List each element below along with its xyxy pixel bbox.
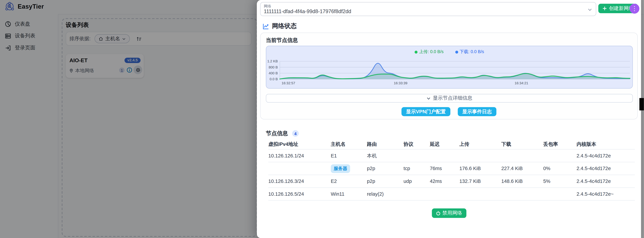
legend-upload: 上传: 0.0 B/s — [415, 49, 444, 55]
table-header-cell: 虚拟IPv4地址 — [268, 141, 331, 148]
svg-text:16:34:21: 16:34:21 — [515, 81, 528, 85]
table-cell: 服务器 — [331, 164, 367, 173]
kebab-dot — [634, 8, 635, 9]
svg-text:800 B: 800 B — [269, 65, 278, 69]
chart-legend: 上传: 0.0 B/s 下载: 0.0 B/s — [266, 49, 632, 55]
current-node-card: 当前节点信息 0.0 B400 B800 B1.2 KB16:32:5716:3… — [260, 33, 638, 120]
node-info-header: 节点信息 4 — [266, 130, 299, 137]
show-event-log-button[interactable]: 显示事件日志 — [458, 107, 496, 116]
svg-text:400 B: 400 B — [269, 71, 278, 75]
chevron-down-icon — [426, 96, 430, 100]
table-cell: 2.4.5-4c4d172e — [576, 166, 635, 171]
node-info-title: 节点信息 — [266, 130, 288, 137]
network-status-title: 网络状态 — [272, 22, 297, 30]
traffic-chart-panel: 0.0 B400 B800 B1.2 KB16:32:5716:33:3916:… — [266, 46, 633, 88]
table-cell: p2p — [367, 166, 404, 171]
table-cell: 5% — [543, 178, 576, 184]
table-cell: E2 — [331, 178, 367, 184]
line-chart-icon — [263, 23, 269, 30]
disable-network-label: 禁用网络 — [442, 210, 462, 217]
legend-download: 下载: 0.0 B/s — [455, 49, 484, 55]
chevron-down-icon — [588, 8, 592, 12]
table-cell: 0% — [543, 166, 576, 171]
svg-text:16:32:57: 16:32:57 — [282, 81, 295, 85]
table-header-cell: 上传 — [460, 141, 501, 148]
show-vpn-config-button[interactable]: 显示VPN门户配置 — [402, 107, 450, 116]
upload-dot-icon — [415, 50, 418, 53]
node-table: 虚拟IPv4地址主机名路由协议延迟上传下载丢包率内核版本10.126.126.1… — [268, 139, 635, 201]
node-count-badge: 4 — [292, 130, 299, 137]
table-row: 10.126.126.1/24E1本机2.4.5-4c4d172e — [268, 150, 635, 162]
table-row: 服务器p2ptcp76ms176.6 KiB227.4 KiB0%2.4.5-4… — [268, 162, 635, 175]
show-node-details-button[interactable]: 显示节点详细信息 — [266, 94, 633, 102]
server-badge: 服务器 — [331, 164, 350, 173]
network-select[interactable]: 网络 1111111-dfad-4f4a-99d8-17976f8df2dd — [260, 2, 596, 16]
table-cell: E1 — [331, 153, 367, 159]
action-buttons-row: 显示VPN门户配置 显示事件日志 — [260, 107, 637, 116]
network-select-value: 1111111-dfad-4f4a-99d8-17976f8df2dd — [264, 9, 351, 14]
table-header-cell: 协议 — [404, 141, 430, 148]
table-cell: 本机 — [367, 152, 404, 159]
table-header-cell: 路由 — [367, 141, 404, 148]
table-cell: 2.4.5-4c4d172e — [576, 178, 635, 184]
svg-text:0.0 B: 0.0 B — [270, 77, 278, 81]
table-cell: 42ms — [430, 178, 460, 184]
scrollbar-thumb[interactable] — [640, 98, 644, 110]
table-cell: 10.126.126.3/24 — [268, 178, 331, 184]
table-row: 10.126.126.5/24Win11relay(2)2.4.5-4c4d17… — [268, 188, 635, 201]
table-row: 10.126.126.3/24E2p2pudp42ms132.7 KiB148.… — [268, 175, 635, 188]
table-header-cell: 主机名 — [331, 141, 367, 148]
svg-text:1.2 KB: 1.2 KB — [267, 59, 278, 63]
table-cell: 76ms — [430, 166, 460, 171]
table-cell: 176.6 KiB — [460, 166, 501, 171]
table-cell: 227.4 KiB — [501, 166, 543, 171]
table-cell: 10.126.126.5/24 — [268, 191, 331, 197]
network-status-header: 网络状态 — [263, 22, 297, 30]
svg-text:16:33:39: 16:33:39 — [394, 81, 408, 85]
table-cell: p2p — [367, 178, 404, 184]
table-cell: tcp — [404, 166, 430, 171]
kebab-dot — [634, 6, 635, 7]
disable-network-button[interactable]: 禁用网络 — [432, 208, 466, 218]
show-node-details-label: 显示节点详细信息 — [433, 95, 472, 102]
kebab-dot — [634, 10, 635, 11]
table-header-cell: 丢包率 — [543, 141, 576, 148]
disable-network-row: 禁用网络 — [257, 208, 641, 218]
table-cell: relay(2) — [367, 191, 404, 197]
legend-download-label: 下载: 0.0 B/s — [460, 49, 484, 55]
table-cell: Win11 — [331, 191, 367, 197]
table-cell: 2.4.5-4c4d172e~ — [576, 191, 635, 197]
power-icon — [436, 211, 440, 215]
table-cell: 2.4.5-4c4d172e — [576, 153, 635, 159]
table-cell: 132.7 KiB — [460, 178, 501, 184]
table-header-cell: 延迟 — [430, 141, 460, 148]
table-cell: 148.6 KiB — [501, 178, 543, 184]
network-select-label: 网络 — [264, 4, 271, 9]
current-node-title: 当前节点信息 — [266, 37, 298, 44]
table-header-cell: 下载 — [501, 141, 543, 148]
easytier-app: EasyTier 仪表盘 设备列表 登录页面 设备列表 排序依据: — [0, 0, 644, 238]
table-cell: 10.126.126.1/24 — [268, 153, 331, 159]
plus-icon — [602, 6, 607, 11]
legend-upload-label: 上传: 0.0 B/s — [419, 49, 444, 55]
screen: EasyTier 仪表盘 设备列表 登录页面 设备列表 排序依据: — [0, 0, 644, 238]
table-header-cell: 内核版本 — [576, 141, 635, 148]
download-dot-icon — [455, 50, 458, 53]
network-drawer: 网络 1111111-dfad-4f4a-99d8-17976f8df2dd 创… — [257, 0, 641, 238]
user-menu-button[interactable] — [630, 4, 640, 14]
table-cell: udp — [404, 178, 430, 184]
table-header-row: 虚拟IPv4地址主机名路由协议延迟上传下载丢包率内核版本 — [268, 139, 635, 150]
